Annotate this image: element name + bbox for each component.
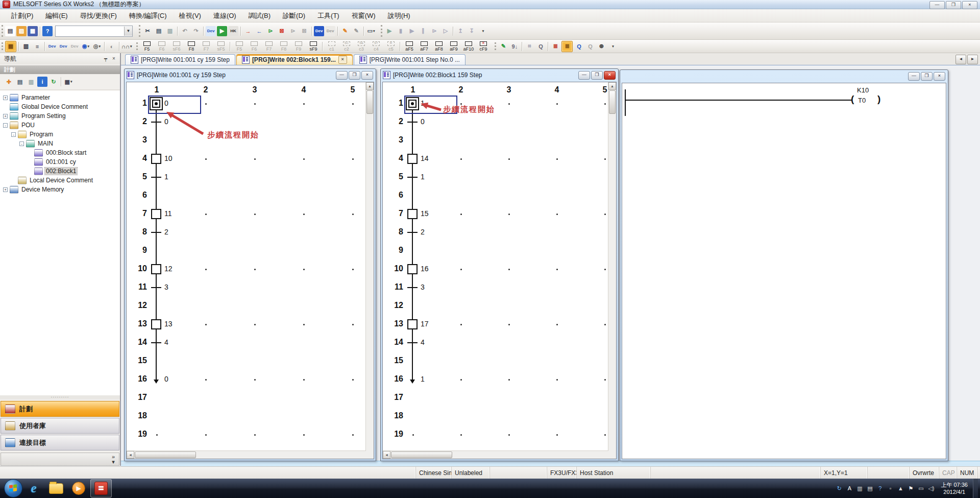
ladder-window[interactable]: —❐×K10(T0) (620, 69, 948, 461)
new-project-icon[interactable]: ▤ (5, 26, 15, 36)
tree-item-pou[interactable]: -POU (0, 121, 120, 130)
sfc-transition[interactable] (407, 122, 418, 123)
child-restore-button[interactable]: ❐ (349, 71, 360, 80)
sfc-transition[interactable] (151, 122, 161, 123)
sfc-window-1-titlebar[interactable]: [PRG]Write 001:001 cy 159 Step—❐× (125, 69, 376, 81)
monitor-stop-all-icon[interactable]: ⊠ (299, 26, 309, 36)
nav-new-data-icon[interactable]: ✚ (4, 77, 14, 87)
sfc-transition[interactable] (151, 232, 161, 233)
nav-paste-icon[interactable]: ▥ (26, 77, 36, 87)
tray-help-icon[interactable]: ? (875, 484, 885, 493)
tray-window-icon[interactable]: ▫ (886, 484, 895, 493)
sfc-transition[interactable] (151, 287, 161, 288)
exec-run-icon[interactable]: ▶ (407, 26, 417, 36)
show-desktop-button[interactable] (973, 479, 978, 498)
sfc-view-melsap3-icon[interactable]: ≣ (550, 41, 560, 52)
toolbar-options-icon[interactable]: ▾ (478, 26, 488, 36)
menu-item-6[interactable]: 連線(O) (207, 9, 242, 22)
sfc-symbol-button-c3[interactable]: SEc3 (354, 40, 369, 52)
program-monitor-find-icon[interactable]: Q (574, 41, 584, 52)
sfc-initial-step[interactable] (150, 97, 163, 110)
horizontal-scrollbar[interactable]: ◄ (127, 450, 366, 459)
vertical-scrollbar[interactable]: ▲ (365, 82, 374, 451)
window-list-combo[interactable]: ▼ (55, 26, 133, 37)
pin-icon[interactable]: ┯ (102, 55, 110, 63)
sfc-step[interactable] (407, 209, 418, 219)
exec-pause-icon[interactable]: ∥ (418, 26, 428, 36)
tree-item-local-device-comment[interactable]: Local Device Comment (0, 176, 120, 185)
sfc-edit-area[interactable]: 1234512345678910111213141516171819101234… (383, 82, 608, 451)
monitor-start-all-icon[interactable]: ⊳ (288, 26, 298, 36)
write-to-plc-icon[interactable]: → (243, 26, 253, 36)
cut-icon[interactable]: ✂ (142, 26, 153, 36)
child-minimize-button[interactable]: — (908, 72, 920, 81)
exec-find-icon[interactable]: ⊳ (429, 26, 439, 36)
media-player-icon[interactable]: ▶ (68, 479, 89, 497)
save-project-icon[interactable]: ▦ (28, 26, 38, 36)
internet-explorer-icon[interactable]: e (23, 479, 44, 497)
device-search-icon[interactable]: ◎▾ (92, 41, 102, 52)
tray-network-icon[interactable]: ▭ (916, 484, 925, 493)
sfc-transition[interactable] (407, 232, 418, 233)
scan-up-icon[interactable]: ↥ (455, 26, 465, 36)
statement-icon[interactable]: ✎ (340, 26, 350, 36)
docking-help-icon[interactable]: ◐ (107, 41, 117, 52)
display-lock-icon[interactable]: ▭▾ (366, 26, 376, 36)
explorer-folder-icon[interactable] (45, 479, 67, 497)
expand-plus-icon[interactable]: + (3, 114, 8, 118)
nav-copy-icon[interactable]: ▤ (15, 77, 25, 87)
device-reg-mon-icon[interactable]: Dev (325, 26, 335, 36)
element-selection-icon[interactable]: ▥ (21, 41, 31, 52)
child-minimize-button[interactable]: — (578, 71, 590, 80)
horizontal-scrollbar[interactable]: ◄ (383, 450, 608, 459)
scroll-up-icon[interactable]: ▲ (608, 82, 616, 90)
copy-icon[interactable]: ▤ (154, 26, 164, 36)
nav-property-icon[interactable]: i (37, 77, 47, 87)
output-window-icon[interactable]: ≡ (32, 41, 42, 52)
tray-up-arrow-icon[interactable]: ▲ (896, 484, 905, 493)
child-restore-button[interactable]: ❐ (591, 71, 603, 80)
sfc-symbol-button-F5[interactable]: F5 (139, 40, 154, 52)
tree-item-002-block1[interactable]: 002:Block1 (0, 167, 120, 176)
tree-item-000-block-start[interactable]: 000:Block start (0, 148, 120, 157)
collapse-minus-icon[interactable]: - (11, 132, 16, 137)
scan-down-icon[interactable]: ↧ (467, 26, 477, 36)
cross-reference-icon[interactable]: ∩∩▾ (121, 41, 132, 52)
scroll-up-icon[interactable]: ▲ (366, 82, 374, 90)
sfc-symbol-button-c1[interactable]: c1 (324, 40, 339, 52)
tray-flag-icon[interactable]: ⚑ (906, 484, 915, 493)
sfc-symbol-button-sF5[interactable]: sF5 (213, 40, 228, 52)
device-comment-icon[interactable]: Dev (47, 41, 57, 52)
sfc-symbol-button-c2[interactable]: SCc2 (339, 40, 354, 52)
device-display-icon[interactable]: Dev (206, 26, 216, 36)
document-tab-3[interactable]: [PRG]Write 001:001 Step No.0 ... (354, 54, 465, 65)
tray-ime-a-icon[interactable]: A (845, 484, 854, 493)
sfc-symbol-button-aF7[interactable]: aF7 (416, 40, 431, 52)
step-no-sort-icon[interactable]: 9↓ (509, 41, 520, 52)
nav-view-project-button[interactable]: 計劃 (1, 401, 119, 417)
minimize-button[interactable]: — (929, 1, 945, 9)
menu-item-7[interactable]: 調試(B) (242, 9, 277, 22)
child-minimize-button[interactable]: — (336, 71, 348, 80)
toolbar-options-icon[interactable]: ▾ (607, 41, 618, 52)
sfc-symbol-button-F7[interactable]: F7 (261, 40, 276, 52)
watch-start-icon[interactable]: ▶ (384, 26, 395, 36)
scroll-left-icon[interactable]: ◄ (383, 451, 390, 459)
sfc-symbol-button-aF8[interactable]: aF8 (431, 40, 446, 52)
sfc-symbol-button-cF9[interactable]: ×cF9 (476, 40, 491, 52)
redo-icon[interactable]: ↷ (191, 26, 201, 36)
tray-sync-icon[interactable]: ↻ (835, 484, 844, 493)
monitor-mode-icon[interactable]: ▶ (217, 26, 227, 36)
monitor-start-icon[interactable]: ⊳ (265, 26, 276, 36)
navigation-window-icon[interactable]: ▦ (5, 41, 16, 52)
tray-text-service-icon[interactable]: ▤ (865, 484, 874, 493)
sfc-symbol-button-F6[interactable]: F6 (154, 40, 169, 52)
menu-item-5[interactable]: 檢視(V) (173, 9, 207, 22)
menu-item-9[interactable]: 工具(T) (311, 9, 346, 22)
menu-item-8[interactable]: 診斷(D) (277, 9, 311, 22)
zoom-ratio-icon[interactable]: ⊕ (596, 41, 606, 52)
sfc-transition[interactable] (407, 342, 418, 343)
help-icon[interactable]: ? (42, 26, 53, 36)
scrollbar-thumb[interactable] (135, 452, 196, 458)
cc-link-icon[interactable]: Dev (69, 41, 80, 52)
